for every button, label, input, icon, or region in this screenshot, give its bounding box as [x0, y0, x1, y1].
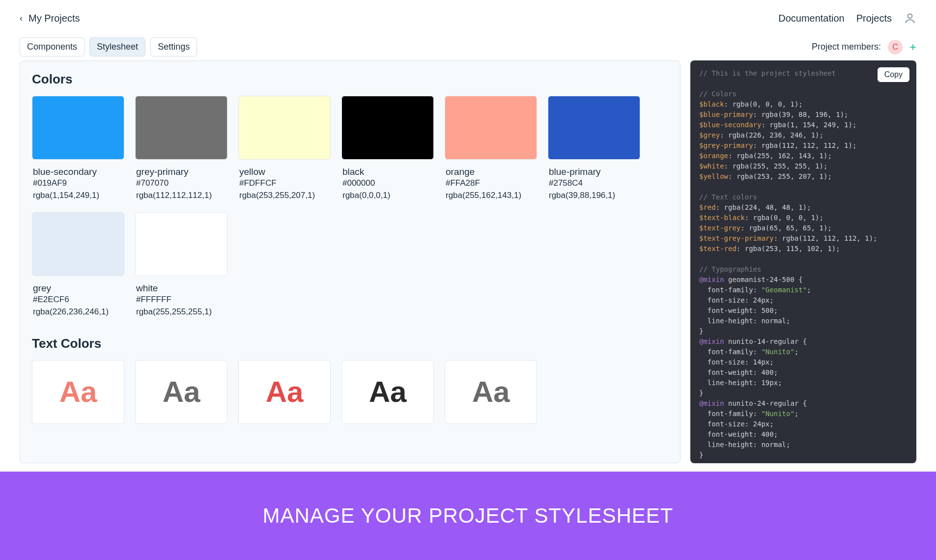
- swatch-hex: #000000: [341, 177, 434, 190]
- back-label: My Projects: [28, 13, 80, 24]
- swatch-box: Aa: [32, 360, 124, 424]
- swatch-hex: #E2ECF6: [32, 294, 124, 306]
- copy-button[interactable]: Copy: [878, 67, 909, 82]
- text-color-swatch[interactable]: Aa: [238, 360, 331, 424]
- user-icon[interactable]: [904, 12, 916, 25]
- color-swatch[interactable]: orange#FFA28Frgba(255,162,143,1): [445, 96, 537, 201]
- swatch-hex: #FFA28F: [445, 177, 537, 190]
- swatch-name: blue-secondary: [32, 167, 124, 177]
- swatch-name: grey: [32, 283, 124, 294]
- swatch-box: Aa: [135, 360, 227, 424]
- swatch-hex: #FDFFCF: [238, 177, 331, 190]
- swatch-rgba: rgba(255,255,255,1): [135, 306, 227, 318]
- swatch-name: orange: [445, 167, 537, 177]
- tab-components[interactable]: Components: [20, 37, 85, 56]
- swatch-box: [445, 96, 537, 160]
- swatch-rgba: rgba(0,0,0,1): [341, 190, 434, 202]
- chevron-left-icon: ‹: [20, 13, 23, 24]
- swatch-box: Aa: [238, 360, 331, 424]
- swatch-name: yellow: [238, 167, 331, 177]
- swatch-box: Aa: [445, 360, 537, 424]
- swatch-hex: #2758C4: [548, 177, 640, 190]
- swatch-name: grey-primary: [135, 167, 227, 177]
- text-color-swatch[interactable]: Aa: [445, 360, 537, 424]
- swatch-box: [32, 212, 124, 276]
- promo-banner: MANAGE YOUR PROJECT STYLESHEET: [0, 472, 936, 560]
- colors-heading: Colors: [32, 72, 668, 87]
- members-label: Project members:: [812, 42, 881, 52]
- code-panel: Copy // This is the project stylesheet /…: [690, 60, 916, 463]
- link-documentation[interactable]: Documentation: [778, 13, 845, 24]
- swatch-hex: #FFFFFF: [135, 294, 227, 306]
- color-swatch[interactable]: grey-primary#707070rgba(112,112,112,1): [135, 96, 227, 201]
- swatch-name: blue-primary: [548, 167, 640, 177]
- member-avatar[interactable]: C: [888, 40, 903, 55]
- swatch-box: [135, 96, 227, 160]
- color-swatch[interactable]: yellow#FDFFCFrgba(253,255,207,1): [238, 96, 331, 201]
- back-to-projects[interactable]: ‹ My Projects: [20, 13, 80, 24]
- swatch-rgba: rgba(255,162,143,1): [445, 190, 537, 202]
- text-color-swatch[interactable]: Aa: [32, 360, 124, 424]
- style-panel: Colors blue-secondary#019AF9rgba(1,154,2…: [20, 60, 681, 463]
- text-color-swatch[interactable]: Aa: [135, 360, 227, 424]
- color-swatch[interactable]: black#000000rgba(0,0,0,1): [341, 96, 434, 201]
- color-swatch[interactable]: grey#E2ECF6rgba(226,236,246,1): [32, 212, 124, 318]
- swatch-box: [238, 96, 331, 160]
- banner-text: MANAGE YOUR PROJECT STYLESHEET: [263, 504, 674, 528]
- swatch-box: [548, 96, 640, 160]
- color-swatch[interactable]: blue-secondary#019AF9rgba(1,154,249,1): [32, 96, 124, 201]
- swatch-rgba: rgba(226,236,246,1): [32, 306, 124, 318]
- tab-settings[interactable]: Settings: [150, 37, 197, 56]
- text-color-swatch[interactable]: Aa: [341, 360, 434, 424]
- color-swatch[interactable]: white#FFFFFFrgba(255,255,255,1): [135, 212, 227, 318]
- swatch-box: [341, 96, 434, 160]
- swatch-hex: #019AF9: [32, 177, 124, 190]
- add-member-button[interactable]: +: [909, 40, 916, 54]
- swatch-hex: #707070: [135, 177, 227, 190]
- color-swatch[interactable]: blue-primary#2758C4rgba(39,88,196,1): [548, 96, 640, 201]
- swatch-name: black: [341, 167, 434, 177]
- swatch-name: white: [135, 283, 227, 294]
- swatch-box: [135, 212, 227, 276]
- swatch-rgba: rgba(253,255,207,1): [238, 190, 331, 202]
- swatch-rgba: rgba(39,88,196,1): [548, 190, 640, 202]
- link-projects[interactable]: Projects: [856, 13, 892, 24]
- swatch-box: [32, 96, 124, 160]
- text-colors-heading: Text Colors: [32, 336, 668, 351]
- svg-point-0: [908, 14, 912, 18]
- swatch-rgba: rgba(1,154,249,1): [32, 190, 124, 202]
- swatch-box: Aa: [341, 360, 434, 424]
- swatch-rgba: rgba(112,112,112,1): [135, 190, 227, 202]
- tab-stylesheet[interactable]: Stylesheet: [89, 37, 145, 56]
